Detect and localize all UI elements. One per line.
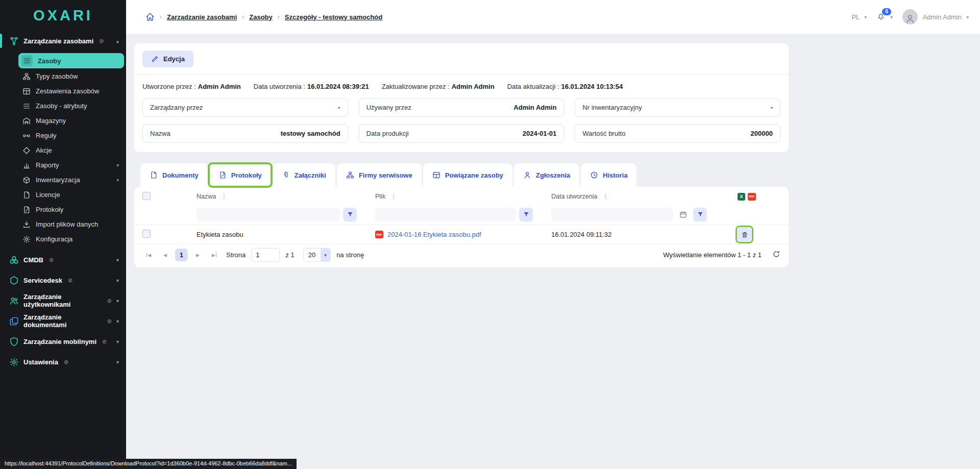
org-chart-icon: [346, 171, 354, 179]
sidebar-item-label: Servicedesk: [23, 277, 62, 284]
sidebar-item-zasoby[interactable]: Zasoby: [18, 53, 124, 68]
page-size-select[interactable]: 20 ▾: [303, 248, 331, 262]
meta-value: Admin Admin: [198, 83, 241, 90]
excel-export-icon[interactable]: X: [738, 193, 745, 201]
sidebar-item-import-plikow-danych[interactable]: Import plików danych: [0, 217, 126, 232]
sidebar-item-licencje[interactable]: Licencje: [0, 187, 126, 202]
tab-zalaczniki[interactable]: Załączniki: [273, 163, 335, 187]
breadcrumb-link-szczegoly[interactable]: Szczegóły - testowy samochód: [285, 13, 382, 21]
sidebar-item-label: Zarządzanie dokumentami: [23, 313, 102, 329]
sidebar-item-zarzadzanie-mobilnymi[interactable]: Zarządzanie mobilnymi ⊘ ▾: [0, 331, 126, 352]
language-selector[interactable]: PL: [851, 13, 860, 21]
sidebar-item-typy-zasobow[interactable]: Typy zasobów: [0, 69, 126, 84]
table-icon: [22, 87, 31, 95]
file-download-link[interactable]: 2024-01-16 Etykieta zasobu.pdf: [387, 231, 481, 238]
hexagon-icon: [9, 276, 19, 285]
sidebar-item-magazyny[interactable]: Magazyny: [0, 113, 126, 128]
sidebar-item-label: Ustawienia: [23, 358, 58, 366]
tab-zgloszenia[interactable]: Zgłoszenia: [514, 163, 579, 187]
page-number-input[interactable]: [251, 248, 280, 262]
sidebar-item-label: Reguły: [36, 132, 56, 139]
meta-created-by: Utworzone przez :Admin Admin: [142, 83, 241, 90]
table-pagination: ◀ ◀ 1 ▶ ▶ Strona z 1 20 ▾ na stronę Wyśw…: [134, 244, 789, 266]
sidebar-item-raporty[interactable]: Raporty ▾: [0, 158, 126, 172]
filter-data-button[interactable]: [693, 208, 707, 221]
sidebar-item-reguly[interactable]: Reguły: [0, 128, 126, 143]
sidebar-item-inwentaryzacja[interactable]: Inwentaryzacja ▾: [0, 172, 126, 187]
next-page-button[interactable]: ▶: [191, 249, 204, 261]
home-icon[interactable]: [145, 12, 155, 21]
sidebar-item-servicedesk[interactable]: Servicedesk ⊘ ▾: [0, 270, 126, 290]
sidebar-item-cmdb[interactable]: CMDB ⊘ ▾: [0, 250, 126, 270]
tab-label: Powiązane zasoby: [445, 171, 503, 179]
filter-plik: [375, 208, 551, 221]
license-badge-icon: ⊘: [107, 318, 112, 325]
breadcrumb-link-zasoby[interactable]: Zasoby: [249, 13, 273, 21]
prev-page-button[interactable]: ◀: [159, 249, 172, 261]
filter-date-picker-button[interactable]: [676, 208, 690, 221]
sidebar-item-ustawienia[interactable]: Ustawienia ⊘ ▾: [0, 352, 126, 372]
row-checkbox[interactable]: [142, 230, 151, 238]
chevron-down-icon[interactable]: ▾: [890, 14, 893, 20]
field-value: testowy samochód: [281, 130, 340, 137]
filter-nazwa: [197, 208, 375, 221]
filter-plik-input[interactable]: [375, 208, 516, 221]
filter-plik-button[interactable]: [519, 208, 533, 221]
sidebar-item-protokoly[interactable]: Protokoły: [0, 202, 126, 217]
tab-dokumenty[interactable]: Dokumenty: [140, 163, 208, 187]
breadcrumb-link-zarzadzanie-zasobami[interactable]: Zarządzanie zasobami: [167, 13, 237, 21]
column-header-nazwa: Nazwa⋮: [197, 193, 375, 200]
sidebar-item-label: Protokoły: [36, 206, 63, 213]
delete-annotation-box: [738, 228, 751, 241]
field-label: Używany przez: [366, 104, 411, 111]
prev-triangle-icon: ◀: [163, 253, 167, 258]
items-summary: Wyświetlanie elementów 1 - 1 z 1: [663, 251, 762, 259]
sidebar-item-zarzadzanie-uzytkownikami[interactable]: Zarządzanie użytkownikami ⊘ ▾: [0, 290, 126, 311]
edit-button[interactable]: Edycja: [142, 51, 193, 67]
refresh-button[interactable]: [772, 250, 780, 260]
filter-nazwa-input[interactable]: [197, 208, 340, 221]
record-meta: Utworzone przez :Admin Admin Data utworz…: [142, 75, 780, 98]
column-menu-icon[interactable]: ⋮: [221, 193, 227, 200]
field-value: 200000: [751, 130, 773, 137]
pdf-export-icon[interactable]: PDF: [748, 193, 756, 201]
sidebar-item-zasoby-atrybuty[interactable]: Zasoby - atrybuty: [0, 98, 126, 113]
column-menu-icon[interactable]: ⋮: [602, 193, 608, 200]
first-page-button[interactable]: ◀: [142, 249, 155, 261]
column-menu-icon[interactable]: ⋮: [390, 193, 397, 200]
page-1-button[interactable]: 1: [175, 249, 188, 261]
filter-data-input[interactable]: [551, 208, 673, 221]
sidebar-item-zestawienia-zasobow[interactable]: Zestawienia zasobów: [0, 84, 126, 98]
meta-label: Utworzone przez :: [142, 83, 196, 90]
select-all-checkbox[interactable]: [142, 192, 151, 200]
field-data-produkcji: Data produkcji 2024-01-01: [359, 124, 565, 143]
meta-updated-at: Data aktualizacji :16.01.2024 10:13:54: [507, 83, 623, 90]
chevron-down-icon: ▾: [116, 359, 119, 365]
user-name[interactable]: Admin Admin: [922, 13, 962, 21]
sidebar-item-zarzadzanie-zasobami[interactable]: Zarządzanie zasobami ⊘ ▴: [0, 31, 126, 51]
avatar[interactable]: [902, 9, 918, 24]
chevron-down-icon: ▾: [116, 318, 119, 324]
sidebar-item-zarzadzanie-dokumentami[interactable]: Zarządzanie dokumentami ⊘ ▾: [0, 311, 126, 331]
meta-label: Data utworzenia :: [254, 83, 305, 90]
person-icon: [523, 171, 531, 179]
delete-row-button[interactable]: [738, 228, 751, 241]
breadcrumb: › Zarządzanie zasobami › Zasoby › Szczeg…: [145, 12, 382, 21]
chevron-down-icon[interactable]: ▾: [966, 14, 969, 20]
sidebar-item-konfiguracja[interactable]: Konfiguracja: [0, 232, 126, 246]
tab-historia[interactable]: Historia: [581, 163, 636, 187]
clock-icon: [590, 171, 598, 179]
field-value: -: [771, 104, 773, 111]
tab-powiazane-zasoby[interactable]: Powiązane zasoby: [423, 163, 512, 187]
chevron-down-icon[interactable]: ▾: [864, 14, 867, 20]
chevron-down-icon: ▾: [116, 298, 119, 304]
tab-firmy-serwisowe[interactable]: Firmy serwisowe: [337, 163, 422, 187]
sidebar-item-akcje[interactable]: Akcje: [0, 143, 126, 158]
document-pen-icon: [218, 171, 227, 179]
tab-protokoly[interactable]: Protokoły: [209, 163, 271, 187]
table-row[interactable]: Etykieta zasobu PDF 2024-01-16 Etykieta …: [134, 225, 789, 244]
last-page-button[interactable]: ▶: [208, 249, 220, 261]
notifications-button[interactable]: 0: [876, 12, 886, 22]
sidebar-item-label: Licencje: [36, 191, 60, 199]
filter-nazwa-button[interactable]: [343, 208, 357, 221]
